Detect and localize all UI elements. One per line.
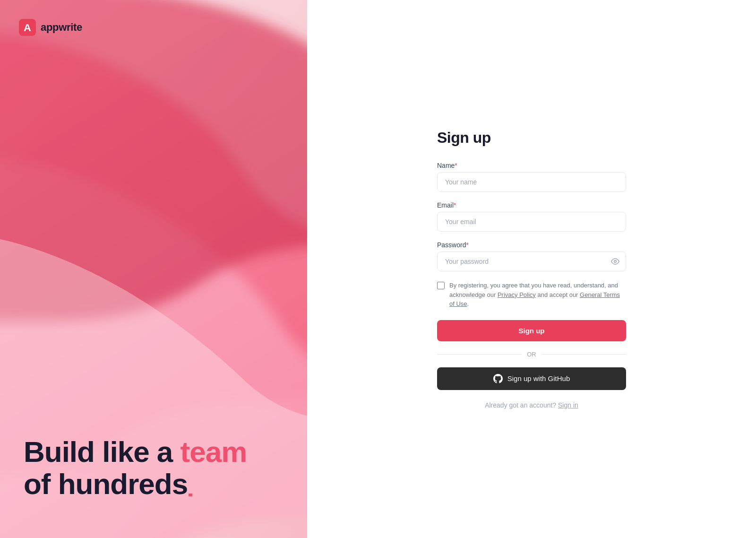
signup-form: Sign up Name* Email* Password* [437, 129, 626, 409]
tagline-part2: of hundreds [24, 468, 188, 500]
form-title: Sign up [437, 129, 626, 147]
right-panel: Sign up Name* Email* Password* [307, 0, 756, 538]
tagline-cursor [189, 494, 192, 496]
signup-button[interactable]: Sign up [437, 320, 626, 341]
tagline-highlight: team [180, 435, 247, 468]
tagline-part1: Build like a [24, 435, 180, 468]
name-input[interactable] [437, 172, 626, 192]
logo-text: appwrite [41, 21, 82, 34]
svg-point-3 [614, 260, 617, 263]
svg-text:A: A [24, 22, 31, 34]
or-divider: OR [437, 351, 626, 358]
left-panel: A appwrite Build like a team of hundreds [0, 0, 307, 538]
tagline-area: Build like a team of hundreds [0, 417, 307, 538]
email-input[interactable] [437, 212, 626, 232]
password-field-group: Password* [437, 241, 626, 271]
tagline-text: Build like a team of hundreds [24, 436, 284, 500]
github-signup-button[interactable]: Sign up with GitHub [437, 367, 626, 390]
terms-checkbox-row: By registering, you agree that you have … [437, 281, 626, 309]
terms-label: By registering, you agree that you have … [449, 281, 626, 309]
email-field-group: Email* [437, 201, 626, 232]
logo-area: A appwrite [0, 0, 307, 55]
or-label: OR [527, 351, 536, 358]
name-label: Name* [437, 162, 626, 169]
email-label: Email* [437, 201, 626, 209]
signin-link[interactable]: Sign in [558, 401, 578, 409]
signin-prompt: Already got an account? [485, 401, 556, 409]
password-label: Password* [437, 241, 626, 249]
email-required-star: * [454, 201, 456, 209]
name-required-star: * [455, 162, 457, 169]
signin-section: Already got an account? Sign in [437, 401, 626, 409]
password-input[interactable] [437, 252, 626, 271]
eye-icon[interactable] [611, 257, 619, 266]
terms-checkbox[interactable] [437, 282, 445, 289]
appwrite-logo-icon: A [19, 19, 36, 36]
password-wrapper [437, 252, 626, 271]
password-required-star: * [466, 241, 468, 249]
github-icon [493, 374, 503, 383]
name-field-group: Name* [437, 162, 626, 192]
privacy-policy-link[interactable]: Privacy Policy [498, 291, 536, 298]
